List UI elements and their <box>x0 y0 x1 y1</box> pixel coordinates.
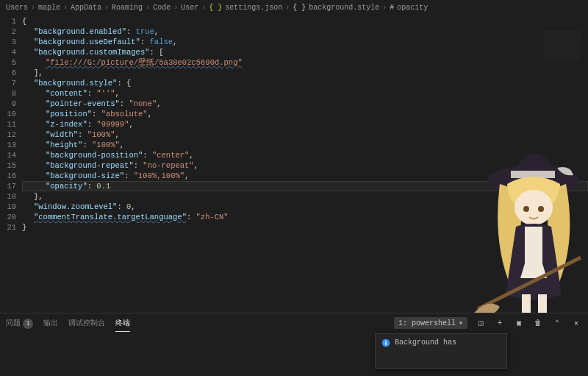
token-pun: : <box>87 181 97 191</box>
panel-tab-output[interactable]: 输出 <box>43 315 58 331</box>
token-str: "absolute" <box>101 109 148 119</box>
code-content[interactable]: {"background.enabled": true,"background.… <box>22 15 588 313</box>
token-str: "no-repeat" <box>143 160 193 171</box>
line-number: 4 <box>0 47 16 57</box>
code-line[interactable]: { <box>22 16 588 26</box>
code-line[interactable]: } <box>22 222 588 233</box>
breadcrumb-label: User <box>181 4 198 12</box>
panel-tab-terminal[interactable]: 终端 <box>115 315 130 332</box>
token-pun: }, <box>34 191 43 202</box>
token-str: "100%" <box>92 140 120 150</box>
line-number: 12 <box>0 130 16 140</box>
line-number: 19 <box>0 202 16 212</box>
new-window-icon[interactable]: ▣ <box>513 317 525 329</box>
token-pun: , <box>120 140 124 150</box>
json-file-icon: { } <box>209 4 222 12</box>
breadcrumb-item[interactable]: User <box>181 4 198 12</box>
token-pun: : [ <box>150 47 164 57</box>
code-line[interactable]: "pointer-events": "none", <box>22 99 588 109</box>
code-line[interactable]: "background-repeat": "no-repeat", <box>22 160 588 171</box>
breadcrumb[interactable]: Users›maple›AppData›Roaming›Code›User›{ … <box>0 0 588 15</box>
token-pun: , <box>173 37 177 47</box>
line-number: 2 <box>0 26 16 37</box>
panel-tab-problems[interactable]: 问题1 <box>6 315 33 332</box>
code-line[interactable]: "file:///G:/picture/壁纸/5a38e02c5690d.png… <box>22 57 588 68</box>
line-number: 3 <box>0 37 16 47</box>
breadcrumb-label: maple <box>38 4 60 12</box>
token-pun: , <box>129 119 133 130</box>
line-number: 5 <box>0 57 16 68</box>
line-number: 21 <box>0 222 16 233</box>
token-kw: true <box>136 26 154 37</box>
line-number: 1 <box>0 16 16 26</box>
code-line[interactable]: "background.useDefault": false, <box>22 37 588 47</box>
code-line[interactable]: ], <box>22 68 588 78</box>
code-line[interactable]: "z-index": "99999", <box>22 119 588 130</box>
breadcrumb-item[interactable]: { }settings.json <box>209 4 282 12</box>
close-icon[interactable]: ✕ <box>570 317 582 329</box>
code-line[interactable]: "height": "100%", <box>22 140 588 150</box>
line-number: 16 <box>0 171 16 181</box>
editor-area[interactable]: 123456789101112131415161718192021 {"back… <box>0 15 588 313</box>
code-line[interactable]: "background-size": "100%,100%", <box>22 171 588 181</box>
line-number-gutter: 123456789101112131415161718192021 <box>0 15 22 313</box>
minimap[interactable] <box>544 29 581 59</box>
token-str: "99999" <box>96 119 129 130</box>
code-line[interactable]: "background.style": { <box>22 78 588 88</box>
token-bra: { <box>22 16 26 26</box>
terminal-selector-dropdown[interactable]: 1: powershell ▾ <box>394 317 467 329</box>
chevron-up-icon[interactable]: ⌃ <box>551 317 563 329</box>
split-icon[interactable]: ◫ <box>475 317 487 329</box>
notification-toast[interactable]: Background has <box>375 333 507 369</box>
notification-text: Background has <box>395 338 456 347</box>
token-key: "opacity" <box>46 181 87 191</box>
info-icon <box>381 338 390 347</box>
token-str: "center" <box>152 150 189 160</box>
line-number: 13 <box>0 140 16 150</box>
breadcrumb-item[interactable]: { }background.style <box>293 4 379 12</box>
breadcrumb-item[interactable]: Users <box>6 4 28 12</box>
token-pun: : <box>143 150 152 160</box>
breadcrumb-item[interactable]: #opacity <box>390 4 428 12</box>
breadcrumb-item[interactable]: Code <box>153 4 171 12</box>
token-str: "zh-CN" <box>196 212 229 222</box>
code-line[interactable]: "window.zoomLevel": 0, <box>22 202 588 212</box>
breadcrumb-item[interactable]: AppData <box>71 4 101 12</box>
breadcrumb-item[interactable]: maple <box>38 4 60 12</box>
token-key: "width" <box>46 130 78 140</box>
line-number: 10 <box>0 109 16 119</box>
token-pun: , <box>115 88 120 99</box>
trash-icon[interactable]: 🗑 <box>532 317 544 329</box>
breadcrumb-separator-icon: › <box>285 4 290 12</box>
line-number: 17 <box>0 181 16 191</box>
panel-tab-debug[interactable]: 调试控制台 <box>68 315 105 331</box>
token-pun: : <box>126 26 136 37</box>
breadcrumb-separator-icon: › <box>382 4 387 12</box>
code-line[interactable]: "content": "''", <box>22 88 588 99</box>
line-number: 7 <box>0 78 16 88</box>
token-key: "background-position" <box>46 150 143 160</box>
code-line[interactable]: "background.enabled": true, <box>22 26 588 37</box>
line-number: 20 <box>0 212 16 222</box>
breadcrumb-item[interactable]: Roaming <box>112 4 143 12</box>
token-key: "height" <box>46 140 82 150</box>
breadcrumb-label: Code <box>153 4 171 12</box>
code-line[interactable]: "opacity": 0.1 <box>22 181 588 191</box>
object-icon: { } <box>293 4 306 12</box>
code-line[interactable]: "background-position": "center", <box>22 150 588 160</box>
svg-rect-11 <box>385 341 387 342</box>
code-line[interactable]: "position": "absolute", <box>22 109 588 119</box>
line-number: 9 <box>0 99 16 109</box>
plus-icon[interactable]: + <box>494 317 506 329</box>
field-icon: # <box>390 4 394 12</box>
code-line[interactable]: "width": "100%", <box>22 130 588 140</box>
token-pun: , <box>148 109 152 119</box>
token-pun: : <box>117 202 126 212</box>
code-line[interactable]: "background.customImages": [ <box>22 47 588 57</box>
token-pun: : <box>87 119 97 130</box>
code-line[interactable]: }, <box>22 191 588 202</box>
code-line[interactable]: "commentTranslate.targetLanguage": "zh-C… <box>22 212 588 222</box>
token-bra: } <box>22 222 26 233</box>
svg-rect-10 <box>385 342 387 345</box>
token-pun: : <box>120 99 129 109</box>
